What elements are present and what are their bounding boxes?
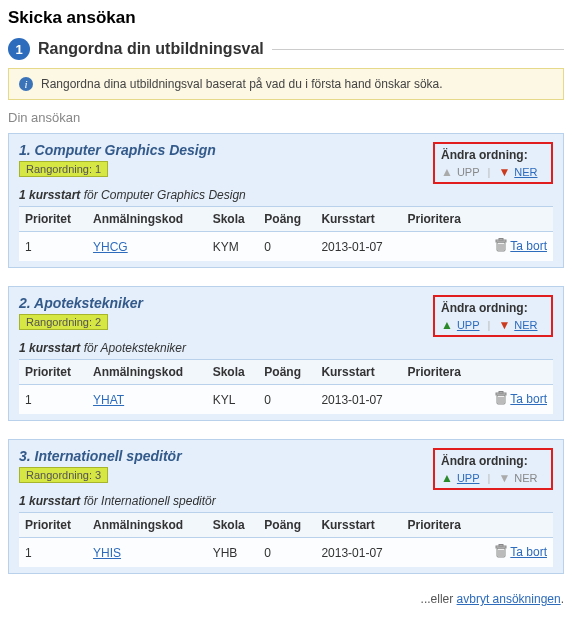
rank-number: 3: [95, 469, 101, 481]
enroll-code-link[interactable]: YHIS: [93, 546, 121, 560]
rank-badge: Rangordning: 2: [19, 314, 108, 330]
remove-link[interactable]: Ta bort: [510, 545, 547, 559]
trash-icon[interactable]: [495, 238, 507, 255]
col-prioritet: Prioritet: [19, 513, 87, 538]
arrow-up-icon: ▲: [441, 319, 453, 331]
col-poang: Poäng: [258, 360, 315, 385]
col-kod: Anmälningskod: [87, 513, 207, 538]
order-separator: |: [484, 472, 495, 484]
arrow-down-icon: ▼: [498, 166, 510, 178]
divider: [272, 49, 564, 50]
rank-number: 2: [95, 316, 101, 328]
cell-skola: KYM: [207, 232, 259, 262]
col-kod: Anmälningskod: [87, 360, 207, 385]
enroll-code-link[interactable]: YHCG: [93, 240, 128, 254]
course-card: 3. Internationell speditörRangordning: 3…: [8, 439, 564, 574]
move-down-disabled: NER: [514, 472, 537, 484]
table-header-row: PrioritetAnmälningskodSkolaPoängKursstar…: [19, 513, 553, 538]
col-skola: Skola: [207, 513, 259, 538]
cell-skola: KYL: [207, 385, 259, 415]
order-box: Ändra ordning:▲ UPP|▼ NER: [433, 142, 553, 184]
cell-prioritera: [401, 232, 478, 262]
col-skola: Skola: [207, 360, 259, 385]
move-up-link[interactable]: UPP: [457, 472, 480, 484]
kursstart-count: 1 kursstart: [19, 188, 80, 202]
course-table: PrioritetAnmälningskodSkolaPoängKursstar…: [19, 512, 553, 567]
course-name: Computer Graphics Design: [101, 188, 246, 202]
cell-kursstart: 2013-01-07: [315, 538, 401, 568]
arrow-up-icon: ▲: [441, 472, 453, 484]
kursstart-line: 1 kursstart för Internationell speditör: [19, 494, 553, 508]
for-text: för: [80, 494, 101, 508]
cell-kursstart: 2013-01-07: [315, 385, 401, 415]
col-prioritet: Prioritet: [19, 360, 87, 385]
col-actions: [478, 513, 553, 538]
move-down-link[interactable]: NER: [514, 319, 537, 331]
cell-prioritera: [401, 538, 478, 568]
cancel-suffix: .: [561, 592, 564, 606]
table-row: 1YHISYHB02013-01-07 Ta bort: [19, 538, 553, 568]
col-actions: [478, 360, 553, 385]
order-box: Ändra ordning:▲ UPP|▼ NER: [433, 295, 553, 337]
course-name: Apotekstekniker: [101, 341, 186, 355]
cancel-line: ...eller avbryt ansökningen.: [8, 592, 564, 606]
rank-number: 1: [95, 163, 101, 175]
col-actions: [478, 207, 553, 232]
order-box: Ändra ordning:▲ UPP|▼ NER: [433, 448, 553, 490]
rank-badge: Rangordning: 3: [19, 467, 108, 483]
page-title: Skicka ansökan: [8, 8, 564, 28]
rank-prefix: Rangordning:: [26, 469, 95, 481]
cancel-prefix: ...eller: [421, 592, 457, 606]
col-poang: Poäng: [258, 207, 315, 232]
col-kursstart: Kursstart: [315, 360, 401, 385]
subhead: Din ansökan: [8, 110, 564, 125]
course-table: PrioritetAnmälningskodSkolaPoängKursstar…: [19, 206, 553, 261]
info-text: Rangordna dina utbildningsval baserat på…: [41, 77, 443, 91]
col-prioritera: Prioritera: [401, 513, 478, 538]
svg-rect-14: [499, 545, 503, 547]
cell-prioritet: 1: [19, 232, 87, 262]
cell-prioritera: [401, 385, 478, 415]
trash-icon[interactable]: [495, 391, 507, 408]
cancel-link[interactable]: avbryt ansökningen: [457, 592, 561, 606]
course-table: PrioritetAnmälningskodSkolaPoängKursstar…: [19, 359, 553, 414]
kursstart-count: 1 kursstart: [19, 341, 80, 355]
table-header-row: PrioritetAnmälningskodSkolaPoängKursstar…: [19, 207, 553, 232]
cell-prioritet: 1: [19, 538, 87, 568]
for-text: för: [80, 341, 100, 355]
col-kursstart: Kursstart: [315, 207, 401, 232]
order-separator: |: [484, 319, 495, 331]
course-title: 3. Internationell speditör: [19, 448, 433, 464]
rank-prefix: Rangordning:: [26, 163, 95, 175]
step-number-badge: 1: [8, 38, 30, 60]
col-kursstart: Kursstart: [315, 513, 401, 538]
order-separator: |: [484, 166, 495, 178]
rank-prefix: Rangordning:: [26, 316, 95, 328]
move-up-link[interactable]: UPP: [457, 319, 480, 331]
enroll-code-link[interactable]: YHAT: [93, 393, 124, 407]
course-card: 2. ApoteksteknikerRangordning: 2Ändra or…: [8, 286, 564, 421]
col-skola: Skola: [207, 207, 259, 232]
cell-poang: 0: [258, 232, 315, 262]
col-kod: Anmälningskod: [87, 207, 207, 232]
table-row: 1YHATKYL02013-01-07 Ta bort: [19, 385, 553, 415]
remove-link[interactable]: Ta bort: [510, 392, 547, 406]
col-poang: Poäng: [258, 513, 315, 538]
arrow-down-icon: ▼: [498, 472, 510, 484]
col-prioritera: Prioritera: [401, 207, 478, 232]
remove-link[interactable]: Ta bort: [510, 239, 547, 253]
order-title: Ändra ordning:: [441, 148, 545, 162]
kursstart-count: 1 kursstart: [19, 494, 80, 508]
order-title: Ändra ordning:: [441, 301, 545, 315]
arrow-down-icon: ▼: [498, 319, 510, 331]
for-text: för: [80, 188, 101, 202]
move-down-link[interactable]: NER: [514, 166, 537, 178]
cell-kursstart: 2013-01-07: [315, 232, 401, 262]
course-title: 2. Apotekstekniker: [19, 295, 433, 311]
course-card: 1. Computer Graphics DesignRangordning: …: [8, 133, 564, 268]
step-title: Rangordna din utbildningsval: [38, 40, 264, 58]
trash-icon[interactable]: [495, 544, 507, 561]
cell-poang: 0: [258, 385, 315, 415]
cell-skola: YHB: [207, 538, 259, 568]
arrow-up-icon: ▲: [441, 166, 453, 178]
